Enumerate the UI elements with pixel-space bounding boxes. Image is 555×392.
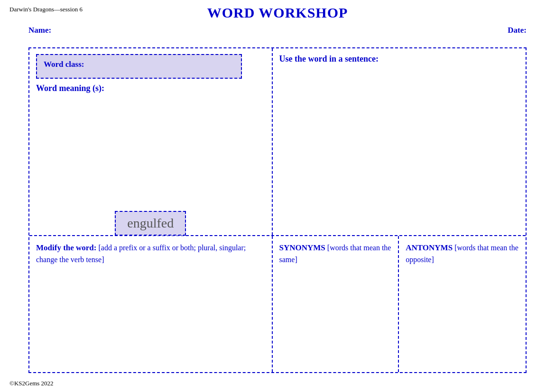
antonyms-label: ANTONYMS [words that mean the opposite] <box>406 242 519 265</box>
synonyms-panel: SYNONYMS [words that mean the same] <box>273 236 399 372</box>
word-class-box: Word class: <box>36 54 242 79</box>
session-label: Darwin's Dragons—session 6 <box>9 6 83 13</box>
antonyms-panel: ANTONYMS [words that mean the opposite] <box>399 236 526 372</box>
right-panel: Use the word in a sentence: <box>273 48 526 235</box>
antonyms-bold: ANTONYMS <box>406 243 453 252</box>
name-label: Name: <box>28 26 51 35</box>
date-label: Date: <box>508 26 527 35</box>
modify-label-bold: Modify the word: <box>36 243 96 252</box>
center-word: engulfed <box>115 211 186 236</box>
page-title: WORD WORKSHOP <box>0 0 555 21</box>
word-meaning-label: Word meaning (s): <box>36 83 265 93</box>
use-in-sentence-label: Use the word in a sentence: <box>279 54 519 64</box>
modify-label: Modify the word: [add a prefix or a suff… <box>36 242 265 265</box>
left-panel: Word class: Word meaning (s): engulfed <box>29 48 273 235</box>
modify-panel: Modify the word: [add a prefix or a suff… <box>29 236 273 372</box>
synonyms-bold: SYNONYMS <box>279 243 325 252</box>
footer-copyright: ©KS2Gems 2022 <box>9 380 54 387</box>
top-row: Word class: Word meaning (s): engulfed U… <box>29 48 526 236</box>
main-container: Word class: Word meaning (s): engulfed U… <box>28 47 527 373</box>
synonyms-label: SYNONYMS [words that mean the same] <box>279 242 392 265</box>
bottom-row: Modify the word: [add a prefix or a suff… <box>29 236 526 372</box>
